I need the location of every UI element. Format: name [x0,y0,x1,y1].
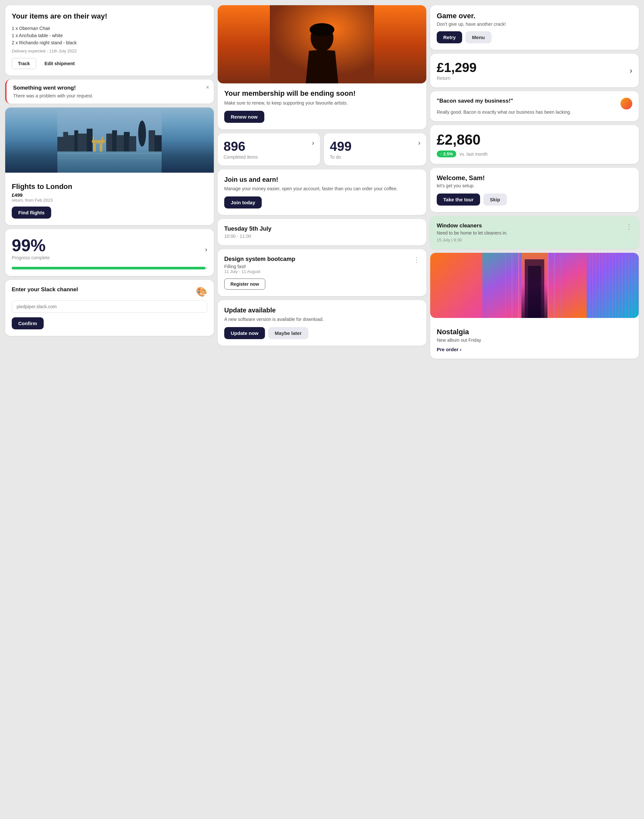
flights-price: £499 [12,192,207,198]
stats-row: 896 Completed items › 499 To do › [218,133,426,165]
svg-rect-36 [554,253,555,318]
update-title: Update available [224,306,420,314]
avatar [621,98,632,109]
nostalgia-image [430,253,639,318]
track-button[interactable]: Track [12,58,36,69]
take-tour-button[interactable]: Take the tour [437,193,480,205]
progress-bar-background [12,267,207,269]
edit-shipment-button[interactable]: Edit shipment [39,58,81,69]
svg-rect-9 [100,143,102,152]
game-over-subtitle: Don't give up, have another crack! [437,21,632,27]
svg-rect-6 [78,133,87,152]
svg-rect-16 [117,135,124,152]
stat-completed-label: Completed items [224,155,258,160]
svg-rect-4 [67,135,75,152]
bootcamp-menu-button[interactable]: ⋮ [413,256,420,263]
flights-return: return, from Feb 2023 [12,198,207,203]
svg-rect-2 [57,137,64,152]
stat-todo-number: 499 [330,139,352,154]
update-now-button[interactable]: Update now [224,327,265,339]
join-title: Join us and earn! [224,176,420,184]
stat-completed-number: 896 [224,139,258,154]
svg-rect-24 [57,158,162,159]
svg-rect-12 [92,137,94,143]
preorder-chevron-icon: › [460,347,462,352]
error-body: There was a problem with your request. [13,93,207,98]
person-svg [218,5,426,83]
chevron-right-icon: › [630,66,632,75]
bootcamp-subtitle: Filling fast! [224,264,295,269]
svg-rect-20 [149,130,155,152]
column-3: Game over. Don't give up, have another c… [430,5,639,359]
price-card[interactable]: £1,299 Return › [430,54,639,87]
flights-title: Flights to London [12,182,207,191]
svg-point-19 [138,121,146,147]
london-image [5,107,214,173]
svg-rect-14 [106,133,113,152]
svg-point-27 [310,23,334,36]
register-button[interactable]: Register now [224,279,265,289]
svg-rect-11 [95,143,101,144]
bootcamp-dates: 11 July - 11 August [224,269,295,274]
calendar-card: Window cleaners ⋮ Need to be home to let… [430,216,639,249]
price-label: Return [437,76,477,81]
membership-body: Make sure to renew, to keep supporting y… [224,100,420,106]
london-skyline-svg [5,107,214,173]
preorder-label: Pre order [437,347,458,352]
welcome-subtitle: let's get you setup. [437,183,632,188]
svg-rect-37 [505,253,506,318]
menu-button[interactable]: Menu [465,31,491,43]
skip-button[interactable]: Skip [483,193,507,205]
svg-rect-35 [512,253,512,318]
preorder-link[interactable]: Pre order › [437,347,632,352]
progress-card: 99% Progress complete › [5,229,214,276]
join-card: Join us and earn! Manage your money easi… [218,169,426,215]
chevron-right-icon: › [312,139,314,147]
chevron-right-icon: › [418,139,420,147]
close-button[interactable]: × [205,84,209,91]
confirm-button[interactable]: Confirm [12,317,44,329]
slack-input[interactable] [12,300,207,313]
join-body: Manage your money easier, open your acco… [224,186,420,191]
stat-completed-card[interactable]: 896 Completed items › [218,133,320,165]
join-button[interactable]: Join today [224,196,262,208]
retry-button[interactable]: Retry [437,31,462,43]
nostalgia-subtitle: New album out Friday [437,337,632,343]
calendar-title: Window cleaners [437,222,482,229]
delivery-item-3: 2 x Richando night stand - black [12,39,207,46]
svg-rect-23 [57,156,162,156]
finance-card: £2,860 ↑ 2.5% vs. last month [430,125,639,164]
chevron-right-icon[interactable]: › [205,246,207,253]
update-card: Update available A new software version … [218,300,426,346]
calendar-menu-button[interactable]: ⋮ [626,222,632,230]
find-flights-button[interactable]: Find flights [12,207,51,219]
calendar-date: 15 July | 9:30 [437,237,632,242]
delivery-title: Your items are on their way! [12,12,207,21]
membership-title: Your membership will be ending soon! [224,89,420,98]
stat-todo-label: To do [330,155,352,160]
finance-amount: £2,860 [437,132,632,148]
column-2: Your membership will be ending soon! Mak… [218,5,426,346]
slack-title: Enter your Slack channel [12,286,78,293]
quote-card: "Bacon saved my business!" Really good. … [430,91,639,121]
bootcamp-card: Design system bootcamp Filling fast! 11 … [218,249,426,296]
game-over-card: Game over. Don't give up, have another c… [430,5,639,50]
quote-body: Really good. Bacon is exactly what our b… [437,109,632,115]
delivery-date: Delivery expected - 11th July 2022 [12,49,207,54]
nostalgia-title: Nostalgia [437,328,632,336]
nostalgia-card: Nostalgia New album out Friday Pre order… [430,253,639,359]
svg-rect-7 [87,129,92,152]
flights-card: Flights to London £499 return, from Feb … [5,107,214,225]
svg-rect-18 [129,136,136,152]
event-time: 10:00 - 11:00 [224,234,420,239]
svg-rect-38 [561,253,561,318]
progress-percentage: 99% [12,236,50,255]
renew-button[interactable]: Renew now [224,111,264,123]
maybe-later-button[interactable]: Maybe later [268,327,308,339]
finance-badge: ↑ 2.5% [437,150,456,157]
stat-todo-card[interactable]: 499 To do › [324,133,426,165]
slack-card: Enter your Slack channel 🎨 Confirm [5,280,214,336]
progress-label: Progress complete [12,255,50,260]
event-card: Tuesday 5th July 10:00 - 11:00 [218,219,426,245]
svg-rect-17 [124,132,130,152]
